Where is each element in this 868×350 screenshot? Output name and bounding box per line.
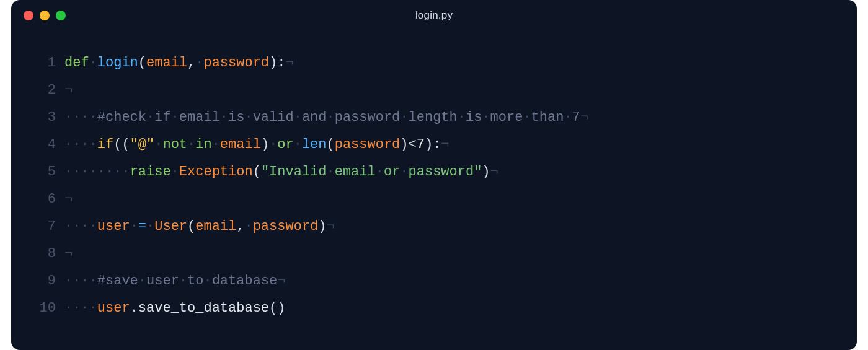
- code-content: ¬: [64, 240, 73, 268]
- code-line: 2 ¬: [11, 77, 857, 104]
- code-content: ····if(("@"·not·in·email)·or·len(passwor…: [64, 131, 450, 159]
- line-number: 8: [11, 240, 64, 268]
- editor-window: login.py 1 def·login(email,·password):¬ …: [11, 0, 857, 350]
- code-content: ····#save·user·to·database¬: [64, 268, 285, 295]
- titlebar: login.py: [11, 0, 857, 31]
- code-line: 5 ········raise·Exception("Invalid·email…: [11, 159, 857, 186]
- line-number: 3: [11, 104, 64, 131]
- code-line: 4 ····if(("@"·not·in·email)·or·len(passw…: [11, 131, 857, 159]
- code-content: ········raise·Exception("Invalid·email·o…: [64, 159, 498, 186]
- code-line: 1 def·login(email,·password):¬: [11, 50, 857, 77]
- line-number: 1: [11, 50, 64, 77]
- code-area[interactable]: 1 def·login(email,·password):¬ 2 ¬ 3 ···…: [11, 31, 857, 328]
- line-number: 2: [11, 77, 64, 104]
- code-content: ····#check·if·email·is·valid·and·passwor…: [64, 104, 588, 131]
- code-content: def·login(email,·password):¬: [64, 50, 294, 77]
- code-line: 8 ¬: [11, 240, 857, 268]
- code-content: ····user.save_to_database(): [64, 295, 285, 322]
- line-number: 9: [11, 268, 64, 295]
- line-number: 10: [11, 295, 64, 322]
- line-number: 7: [11, 213, 64, 240]
- code-line: 9 ····#save·user·to·database¬: [11, 268, 857, 295]
- close-icon[interactable]: [24, 11, 33, 20]
- code-line: 10 ····user.save_to_database(): [11, 295, 857, 322]
- traffic-lights: [24, 11, 66, 20]
- maximize-icon[interactable]: [56, 11, 66, 20]
- file-title: login.py: [11, 9, 857, 22]
- minimize-icon[interactable]: [40, 11, 50, 20]
- code-line: 3 ····#check·if·email·is·valid·and·passw…: [11, 104, 857, 131]
- line-number: 6: [11, 186, 64, 213]
- code-content: ····user·=·User(email,·password)¬: [64, 213, 335, 240]
- code-line: 6 ¬: [11, 186, 857, 213]
- line-number: 4: [11, 131, 64, 159]
- code-line: 7 ····user·=·User(email,·password)¬: [11, 213, 857, 240]
- code-content: ¬: [64, 186, 73, 213]
- line-number: 5: [11, 159, 64, 186]
- code-content: ¬: [64, 77, 73, 104]
